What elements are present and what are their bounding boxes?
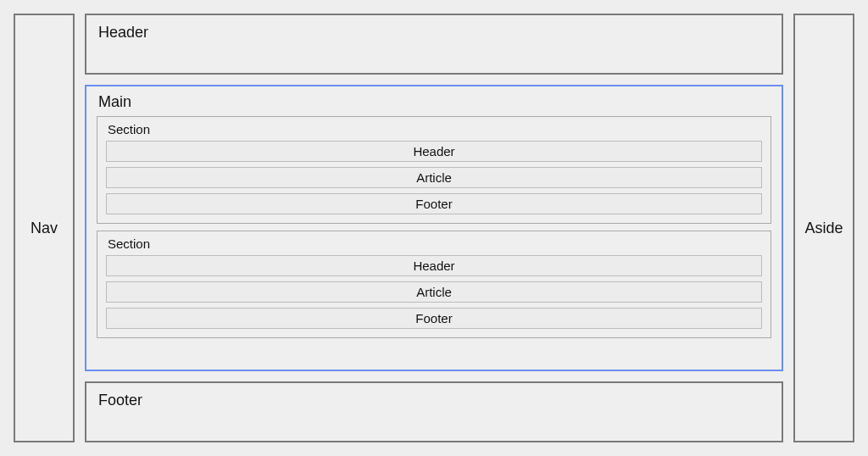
footer-label: Footer — [98, 392, 142, 409]
aside-label: Aside — [804, 220, 843, 237]
nav-label: Nav — [31, 220, 58, 237]
aside-region: Aside — [793, 14, 854, 442]
header-label: Header — [98, 24, 148, 41]
section-footer-row: Footer — [106, 193, 762, 214]
section-label: Section — [106, 122, 762, 141]
section-region: Section Header Article Footer — [97, 231, 771, 338]
section-footer-row: Footer — [106, 308, 762, 329]
main-label: Main — [97, 92, 771, 116]
section-header-row: Header — [106, 255, 762, 276]
section-article-row: Article — [106, 281, 762, 303]
footer-region: Footer — [85, 381, 783, 442]
middle-column: Header Main Section Header Article Foote… — [85, 14, 783, 442]
section-label: Section — [106, 236, 762, 255]
section-region: Section Header Article Footer — [97, 116, 771, 224]
section-header-row: Header — [106, 141, 762, 162]
header-region: Header — [85, 14, 783, 75]
main-region: Main Section Header Article Footer Secti… — [85, 85, 783, 371]
nav-region: Nav — [14, 14, 75, 442]
section-article-row: Article — [106, 167, 762, 188]
